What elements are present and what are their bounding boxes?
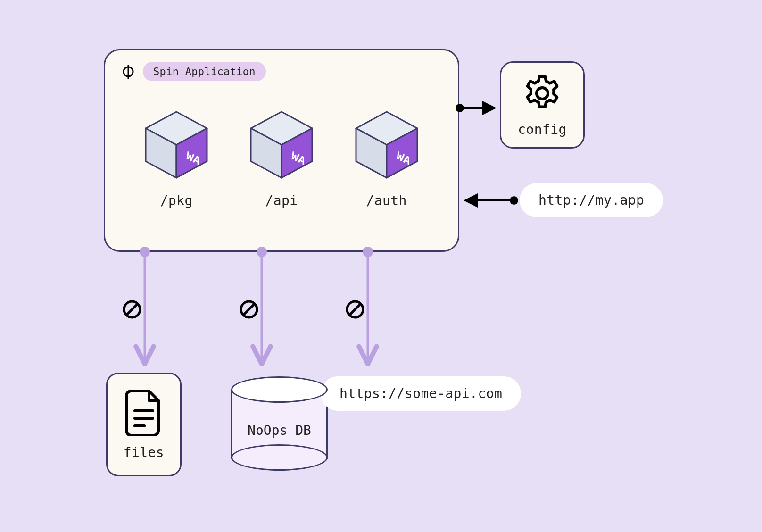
wasm-cube-icon: WA	[139, 107, 214, 183]
files-box: files	[106, 373, 182, 476]
component-auth: WA /auth	[340, 107, 434, 208]
svg-point-21	[510, 196, 518, 205]
arrow-api-to-db	[257, 247, 267, 363]
svg-point-35	[346, 300, 364, 319]
blocked-icon	[123, 300, 141, 319]
blocked-icon	[240, 300, 258, 319]
files-label: files	[124, 445, 164, 460]
spin-app-badge: Spin Application	[120, 62, 266, 81]
svg-point-26	[124, 301, 140, 317]
svg-line-27	[126, 304, 138, 315]
spin-app-title: Spin Application	[143, 62, 266, 81]
arrow-url-to-app	[465, 196, 518, 205]
component-path-label: /api	[265, 193, 298, 208]
phi-icon	[120, 64, 136, 80]
config-box: config	[500, 61, 585, 149]
component-path-label: /auth	[366, 193, 406, 208]
diagram-canvas: Spin Application WA /pkg WA	[0, 0, 762, 532]
wasm-cube-icon: WA	[244, 107, 319, 183]
arrow-auth-to-api	[363, 247, 373, 363]
svg-point-31	[241, 301, 257, 317]
config-label: config	[518, 122, 567, 137]
svg-line-32	[243, 304, 255, 315]
gear-icon	[522, 73, 563, 114]
svg-point-36	[347, 301, 363, 317]
arrow-app-to-config	[456, 104, 495, 112]
spin-application-box: Spin Application WA /pkg WA	[104, 49, 459, 252]
component-pkg: WA /pkg	[129, 107, 224, 208]
database-cylinder: NoOps DB	[231, 376, 328, 471]
component-path-label: /pkg	[160, 193, 193, 208]
svg-line-37	[349, 304, 361, 315]
svg-point-15	[537, 88, 548, 99]
component-row: WA /pkg WA /api WA	[105, 107, 458, 208]
database-label: NoOps DB	[231, 423, 328, 438]
svg-point-25	[123, 300, 141, 319]
blocked-api-url-pill: https://some-api.com	[321, 376, 521, 411]
incoming-url-pill: http://my.app	[520, 183, 663, 217]
svg-point-30	[240, 300, 258, 319]
wasm-cube-icon: WA	[349, 107, 424, 183]
component-api: WA /api	[234, 107, 329, 208]
arrow-pkg-to-files	[140, 247, 150, 363]
file-icon	[125, 389, 162, 436]
blocked-icon	[346, 300, 364, 319]
